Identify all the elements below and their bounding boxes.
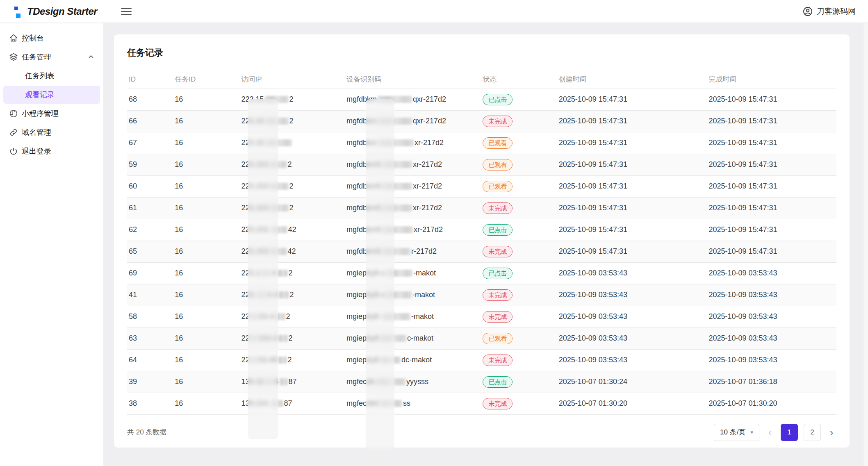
- cell-device: mgiep4y8-x-makot: [345, 284, 481, 306]
- column-header: 创建时间: [557, 70, 707, 89]
- user-name: 刀客源码网: [817, 6, 856, 17]
- cell-device: mgiep4y8dc-makot: [345, 349, 481, 371]
- cell-text: yyysss: [406, 377, 428, 386]
- cell-device: mgfdbkm5r-217d2: [345, 241, 481, 262]
- cell-task-id: 16: [173, 393, 239, 414]
- sidebar-item-task-management[interactable]: 任务管理: [0, 48, 103, 66]
- cell-text: xr-217d2: [414, 225, 443, 234]
- censor-block: [277, 270, 288, 277]
- sidebar-subitem-label: 任务列表: [25, 71, 55, 81]
- censor-block: [265, 118, 289, 125]
- cell-device: mgfdbkmqxr-217d2: [345, 89, 481, 110]
- chevron-down-icon: ▾: [750, 429, 753, 435]
- censor-block: [382, 183, 412, 190]
- cell-task-id: 16: [173, 197, 239, 219]
- cell-text: r-217d2: [411, 247, 437, 255]
- cell-created: 2025-10-09 03:53:43: [557, 284, 707, 306]
- menu-collapse-icon[interactable]: [121, 7, 132, 16]
- cell-text: mgfdbkm: [346, 139, 377, 147]
- sidebar-item-task-list[interactable]: 任务列表: [3, 67, 100, 85]
- cell-task-id: 16: [173, 327, 239, 349]
- top-header: TDesign Starter 刀客源码网: [0, 0, 868, 23]
- cell-text: 42: [288, 247, 296, 255]
- cell-device: mgfdbkm5xr-217d2: [345, 219, 481, 241]
- cell-device: mgfdbkm5xr-217d2: [345, 197, 481, 219]
- status-badge: 未完成: [483, 398, 513, 409]
- cell-text: 139.224.: [241, 399, 270, 407]
- sidebar-item-console[interactable]: 控制台: [0, 29, 103, 47]
- cell-status: 未完成: [481, 197, 557, 219]
- cell-status: 已观看: [481, 132, 557, 154]
- sidebar-item-label: 退出登录: [22, 146, 51, 156]
- status-badge: 已观看: [483, 333, 513, 344]
- sidebar-item-logout[interactable]: 退出登录: [0, 142, 103, 160]
- page-button-2[interactable]: 2: [804, 424, 821, 441]
- table-row: 4116223.3.42mgiep4y8-x-makot未完成2025-10-0…: [127, 284, 836, 306]
- column-header: 状态: [481, 70, 557, 89]
- app-logo[interactable]: TDesign Starter: [11, 4, 97, 19]
- table-row: 3816139.224.87mgfecdk6ss未完成2025-10-07 01…: [127, 393, 836, 414]
- table-row: 64162253.482mgiep4y8dc-makot未完成2025-10-0…: [127, 349, 836, 371]
- page-size-select[interactable]: 10 条/页 ▾: [714, 424, 759, 441]
- records-table: ID任务ID访问IP设备识别码状态创建时间完成时间 6816223.152mgf…: [127, 70, 836, 415]
- cell-task-id: 16: [173, 132, 239, 154]
- censor-block: [278, 335, 288, 342]
- censor-block: [261, 270, 271, 277]
- cell-ip: 223.152: [239, 89, 344, 110]
- cell-task-id: 16: [173, 371, 239, 393]
- cell-created: 2025-10-09 15:47:31: [557, 154, 707, 175]
- cell-text: 2: [289, 95, 294, 103]
- cell-device: mgfdbkm5xr-217d2: [345, 175, 481, 197]
- table-row: 6016223.1532mgfdbkm5xr-217d2已观看2025-10-0…: [127, 175, 836, 197]
- cell-text: xr-217d2: [415, 139, 444, 147]
- sidebar-item-miniprogram[interactable]: 小程序管理: [0, 105, 103, 123]
- cell-text: 4: [272, 269, 276, 277]
- cell-text: 22: [241, 334, 249, 342]
- cell-text: 223.15: [241, 139, 264, 147]
- status-badge: 已观看: [483, 181, 513, 192]
- cell-device: mgfecdk6ss: [345, 393, 481, 414]
- cell-text: mgfdbkm: [346, 95, 377, 103]
- cell-ip: 223.1532: [239, 197, 344, 219]
- page-button-1[interactable]: 1: [781, 424, 798, 441]
- table-row: 6816223.152mgfdbkmqxr-217d2已点击2025-10-09…: [127, 89, 836, 110]
- cell-completed: 2025-10-09 03:53:43: [707, 306, 836, 327]
- column-header: 访问IP: [239, 70, 344, 89]
- prev-page-button[interactable]: ‹: [765, 427, 775, 438]
- censor-block: [379, 400, 402, 407]
- cell-created: 2025-10-09 03:53:43: [557, 262, 707, 284]
- censor-block: [382, 248, 410, 255]
- cell-text: 223.153: [241, 247, 268, 255]
- censor-block: [278, 357, 287, 364]
- status-badge: 已观看: [483, 137, 513, 149]
- page-scrollbar[interactable]: [863, 23, 868, 466]
- user-menu[interactable]: 刀客源码网: [803, 6, 856, 17]
- table-row: 3916139.22687mgfecdkyyysss已点击2025-10-07 …: [127, 371, 836, 393]
- cell-ip: 223.1532: [239, 154, 344, 175]
- cell-ip: 223.1532: [239, 175, 344, 197]
- sidebar-item-label: 域名管理: [22, 127, 51, 137]
- cell-text: mgiep4y8: [346, 334, 378, 342]
- cell-text: 2: [288, 356, 292, 364]
- next-page-button[interactable]: ›: [827, 427, 836, 438]
- sidebar-nav: 控制台 任务管理 任务列表 观看记录 小程序管理 域名管理 退出登录: [0, 23, 103, 466]
- cell-status: 未完成: [481, 349, 557, 371]
- sidebar-item-watch-records[interactable]: 观看记录: [3, 86, 100, 104]
- censor-block: [385, 270, 412, 277]
- status-badge: 已点击: [483, 268, 513, 279]
- cell-ip: 139.22687: [239, 371, 344, 393]
- cell-completed: 2025-10-07 01:36:18: [707, 371, 836, 393]
- cell-status: 已观看: [481, 154, 557, 175]
- table-row: 6516223.15342mgfdbkm5r-217d2未完成2025-10-0…: [127, 241, 836, 262]
- censor-block: [251, 335, 258, 342]
- cell-created: 2025-10-09 15:47:31: [557, 219, 707, 241]
- censor-block: [269, 183, 289, 190]
- cell-id: 65: [127, 241, 173, 262]
- column-header: 完成时间: [707, 70, 836, 89]
- sidebar-item-domain[interactable]: 域名管理: [0, 123, 103, 141]
- censor-block: [379, 335, 406, 342]
- page-title: 任务记录: [127, 47, 836, 59]
- cell-text: 223.153.: [241, 225, 270, 234]
- cell-created: 2025-10-09 03:53:43: [557, 349, 707, 371]
- censor-block: [378, 139, 414, 146]
